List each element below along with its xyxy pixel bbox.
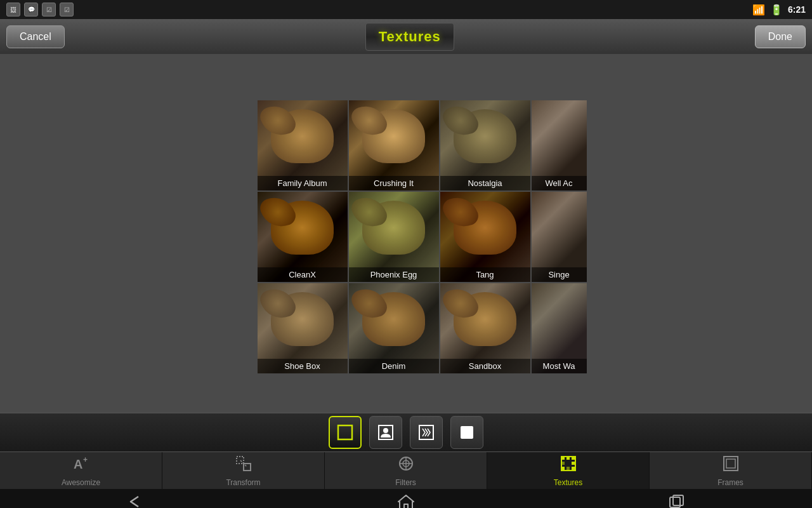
frames-icon [722,455,740,476]
textures-icon [560,455,577,476]
awesomize-icon: A + [72,455,90,476]
status-bar: 🖼 💬 ☑ ☑ 📶 🔋 6:21 [0,0,812,19]
svg-rect-3 [419,425,433,439]
filters-icon [397,455,415,476]
list-item[interactable]: Nostalgia [440,100,530,190]
nav-tabs: A + Awesomize Transform Filters [0,452,812,489]
svg-rect-22 [572,467,575,470]
tab-transform-label: Transform [226,478,260,487]
texture-label: Sandbox [440,359,530,373]
texture-label: Tang [440,267,530,282]
svg-text:A: A [74,457,82,471]
tab-awesomize[interactable]: A + Awesomize [0,452,162,489]
tab-awesomize-label: Awesomize [62,478,100,487]
svg-rect-20 [561,467,565,470]
partial-column: Well Ac Singe Most Wa [532,100,587,373]
battery-icon: 🔋 [770,4,783,16]
page-title: Textures [365,23,454,51]
status-right: 📶 🔋 6:21 [752,4,806,16]
list-item[interactable]: Singe [532,192,587,282]
list-item[interactable]: Most Wa [532,283,587,373]
talk-icon: 💬 [24,3,38,17]
transform-icon [235,455,252,476]
tab-frames[interactable]: Frames [650,452,812,489]
photo-icon: 🖼 [6,3,20,17]
splatter-button[interactable] [410,416,443,449]
portrait-button[interactable] [369,416,402,449]
title-bar: Textures [77,23,742,51]
check1-icon: ☑ [42,3,56,17]
partial-label: Singe [532,267,587,282]
status-icons: 🖼 💬 ☑ ☑ [6,3,74,17]
tab-transform[interactable]: Transform [162,452,325,489]
svg-rect-16 [566,457,570,460]
icon-toolbar [0,413,812,452]
list-item[interactable]: CleanX [258,192,348,282]
frame-square-button[interactable] [329,416,362,449]
svg-point-2 [383,428,388,433]
svg-text:+: + [83,455,88,464]
recents-button[interactable] [658,490,696,509]
grid-wrapper: Family Album Crushing It Nostalgia Clean… [226,94,587,373]
main-content: Family Album Crushing It Nostalgia Clean… [0,54,812,413]
list-item[interactable]: Sandbox [440,283,530,373]
back-button[interactable] [116,491,154,509]
list-item[interactable]: Shoe Box [258,283,348,373]
tab-filters-label: Filters [395,478,416,487]
svg-rect-19 [572,462,575,465]
svg-rect-18 [561,462,565,465]
wifi-icon: 📶 [752,4,765,16]
top-toolbar: Cancel Textures Done [0,19,812,54]
list-item[interactable]: Tang [440,192,530,282]
list-item[interactable]: Crushing It [349,100,439,190]
svg-rect-7 [237,457,244,464]
list-item[interactable]: Family Album [258,100,348,190]
partial-label: Most Wa [532,359,587,373]
partial-label: Well Ac [532,176,587,190]
texture-label: Nostalgia [440,176,530,190]
svg-rect-8 [244,464,251,471]
texture-label: CleanX [258,267,348,282]
svg-rect-21 [566,467,570,470]
done-button[interactable]: Done [755,25,806,48]
texture-grid: Family Album Crushing It Nostalgia Clean… [258,100,530,373]
list-item[interactable]: Well Ac [532,100,587,190]
tab-textures[interactable]: Textures [487,452,650,489]
list-item[interactable]: Phoenix Egg [349,192,439,282]
clock: 6:21 [788,4,806,15]
check2-icon: ☑ [60,3,74,17]
texture-label: Phoenix Egg [349,267,439,282]
svg-rect-17 [572,457,575,460]
texture-label: Denim [349,359,439,373]
svg-rect-15 [561,457,565,460]
svg-rect-24 [726,459,735,468]
texture-label: Crushing It [349,176,439,190]
texture-label: Shoe Box [258,359,348,373]
system-bar [0,489,812,508]
svg-rect-4 [461,426,473,439]
home-button[interactable] [387,490,425,509]
list-item[interactable]: Denim [349,283,439,373]
tab-filters[interactable]: Filters [325,452,487,489]
cancel-button[interactable]: Cancel [6,25,65,48]
tab-textures-label: Textures [554,478,582,487]
corner-button[interactable] [450,416,483,449]
svg-rect-0 [338,425,352,439]
tab-frames-label: Frames [717,478,743,487]
texture-label: Family Album [258,176,348,190]
